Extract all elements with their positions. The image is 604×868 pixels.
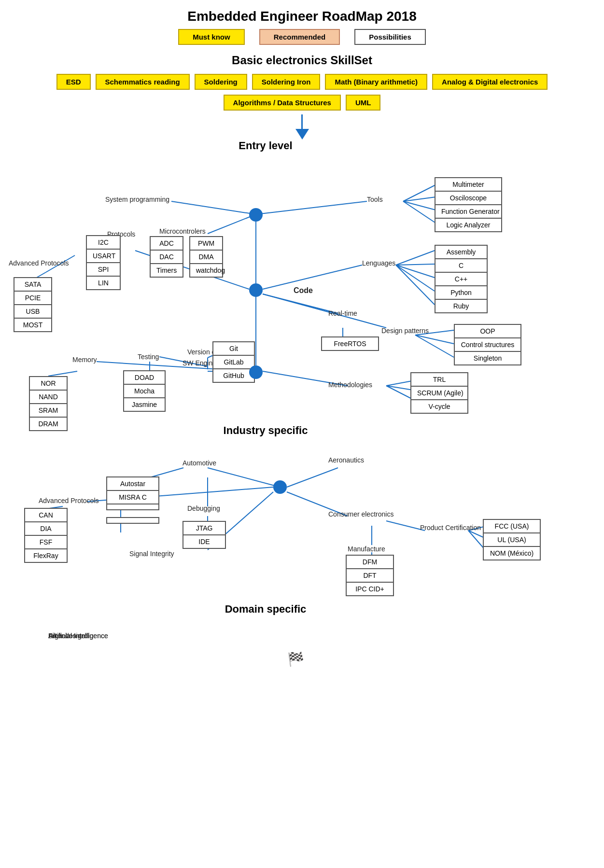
tools-label: Tools [367, 196, 383, 203]
auto-blank1 [106, 504, 159, 510]
tool-osciloscope: Osciloscope [435, 191, 502, 205]
proto-spi: SPI [86, 262, 121, 277]
cert-nom: NOM (México) [483, 546, 541, 560]
mem-dram: DRAM [29, 417, 68, 431]
mfg-dft: DFT [346, 568, 394, 583]
mcu-adc: ADC [150, 236, 183, 251]
legend-must: Must know [178, 29, 245, 45]
mem-nand: NAND [29, 390, 68, 404]
legend-recommended: Recommended [259, 29, 340, 45]
domain-filter: Filter design [48, 632, 85, 640]
flag-icon: 🏁 [287, 651, 304, 667]
aeronautics-label: Aeronautics [328, 456, 364, 464]
adv-proto-1-label: Advanced Protocols [9, 259, 69, 267]
diagram-area: Entry level System programming Tools Mul… [0, 140, 604, 815]
mcu-watchdog: watchdog [189, 263, 223, 278]
skill-uml: UML [346, 95, 381, 111]
lang-assembly: Assembly [435, 245, 488, 259]
memory-label: Memory [72, 356, 97, 364]
test-mocha: Mocha [123, 384, 166, 398]
mcu-dma: DMA [189, 250, 223, 264]
ap2-flexray: FlexRay [24, 548, 68, 563]
languages-label: Lenguages [362, 259, 395, 267]
industry-specific-title: Industry specific [145, 424, 386, 437]
ap2-dia: DIA [24, 521, 68, 536]
svg-line-6 [208, 214, 256, 234]
svg-line-41 [48, 371, 77, 376]
page-container: Embedded Engineer RoadMap 2018 Must know… [0, 0, 604, 815]
adv-proto-most: MOST [14, 318, 52, 332]
adv-proto-sata: SATA [14, 277, 52, 292]
tool-multimeter: Multimeter [435, 177, 502, 192]
manufacture-label: Manufacture [348, 545, 385, 553]
cert-fcc: FCC (USA) [483, 519, 541, 533]
vc-github: GitHub [212, 368, 255, 383]
legend-possibilities: Possibilities [354, 29, 426, 45]
svg-line-0 [171, 201, 256, 214]
mcu-pwm: PWM [189, 236, 223, 251]
svg-line-14 [263, 294, 338, 313]
svg-line-4 [403, 201, 439, 211]
entry-level-title: Entry level [169, 140, 362, 152]
proto-usart: USART [86, 249, 121, 263]
meth-scrum: SCRUM (Agile) [410, 386, 468, 400]
svg-line-1 [256, 201, 367, 214]
vc-git: Git [212, 341, 255, 356]
ap2-can: CAN [24, 508, 68, 522]
lang-python: Python [435, 285, 488, 300]
adv-proto-2-label: Advanced Protocols [39, 497, 99, 504]
svg-line-49 [208, 468, 280, 487]
debug-ide: IDE [183, 534, 226, 549]
cert-ul: UL (USA) [483, 532, 541, 547]
svg-line-16 [263, 294, 386, 328]
skill-schemmatics: Schemmatics reading [96, 74, 190, 90]
consumer-electronics-label: Consumer electronics [328, 510, 393, 518]
mfg-ipc: IPC CID+ [346, 582, 394, 596]
svg-line-19 [415, 335, 454, 357]
mfg-dfm: DFM [346, 555, 394, 569]
svg-line-8 [263, 265, 362, 289]
realtime-label: Real-time [328, 309, 357, 317]
svg-line-67 [386, 521, 425, 531]
skills-grid: ESD Schemmatics reading Soldering Solder… [0, 74, 604, 111]
product-cert-label: Product Certification [420, 524, 481, 532]
adv-proto-usb: USB [14, 304, 52, 319]
skill-math: Math (Binary arithmetic) [325, 74, 427, 90]
adv-proto-pcie: PCIE [14, 291, 52, 305]
arrow-down-container [0, 114, 604, 140]
skill-soldering: Soldering [195, 74, 247, 90]
node-entry-level [249, 208, 263, 222]
node-sw-eng [249, 365, 263, 379]
design-patterns-label: Design patterns [381, 327, 429, 335]
ap2-fsf: FSF [24, 535, 68, 549]
tool-function-generator: Function Generator [435, 204, 502, 219]
mem-sram: SRAM [29, 403, 68, 418]
svg-line-9 [396, 251, 435, 265]
lang-ruby: Ruby [435, 299, 488, 313]
skill-algorithms: Algorithms / Data Structures [224, 95, 341, 111]
mcu-timers: Timers [150, 263, 183, 278]
mem-nor: NOR [29, 376, 68, 391]
vc-gitlab: GitLab [212, 355, 255, 369]
tool-logic-analyzer: Logic Analyzer [435, 218, 502, 232]
svg-line-2 [403, 183, 439, 201]
legend: Must know Recommended Possibilities [0, 29, 604, 45]
automotive-label: Automotive [183, 459, 216, 467]
svg-line-50 [150, 468, 183, 477]
dp-singleton: Singleton [454, 351, 521, 365]
skill-analog: Analog & Digital electronics [432, 74, 548, 90]
skill-esd: ESD [56, 74, 91, 90]
dp-control: Control structures [454, 337, 521, 352]
microcontrollers-label: Microcontrolers [159, 227, 206, 235]
svg-line-18 [415, 335, 454, 344]
test-doad: DOAD [123, 370, 166, 385]
test-jasmine: Jasmine [123, 397, 166, 412]
testing-label: Testing [138, 353, 159, 361]
lang-cpp: C++ [435, 272, 488, 286]
lang-c: C [435, 258, 488, 273]
proto-i2c: I2C [86, 235, 121, 250]
svg-line-5 [403, 201, 439, 225]
svg-line-13 [396, 265, 435, 305]
debugging-label: Debugging [187, 504, 220, 512]
meth-vcycle: V-cycle [410, 399, 468, 414]
